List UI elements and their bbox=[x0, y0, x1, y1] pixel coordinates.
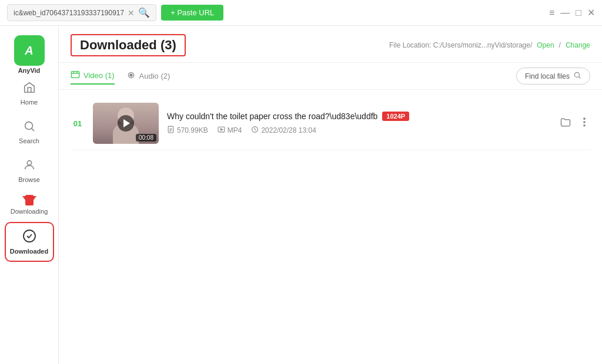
search-label: Search bbox=[19, 137, 39, 144]
tabs-row: Video (1) Audio (2) Find local files bbox=[59, 63, 602, 90]
file-size-value: 570.99KB bbox=[177, 126, 208, 134]
svg-rect-13 bbox=[168, 126, 173, 133]
format-meta: MP4 bbox=[218, 126, 242, 135]
tab-video[interactable]: Video (1) bbox=[71, 68, 115, 85]
open-location-button[interactable]: Open bbox=[537, 41, 554, 49]
video-info: Why couldn't the toilet paper cross the … bbox=[167, 112, 551, 135]
page-title: Downloaded (3) bbox=[80, 38, 176, 52]
logo-box: A bbox=[14, 35, 45, 66]
svg-line-12 bbox=[579, 77, 581, 79]
date-value: 2022/02/28 13:04 bbox=[261, 126, 316, 134]
url-text: ic&web_id70643713193337190917 bbox=[14, 9, 124, 17]
video-title: Why couldn't the toilet paper cross the … bbox=[167, 112, 551, 121]
sidebar-item-downloading[interactable]: Downloading bbox=[6, 191, 53, 221]
file-size-meta: 570.99KB bbox=[167, 126, 208, 135]
app-name-label: AnyVid bbox=[14, 67, 45, 74]
close-icon[interactable]: ✕ bbox=[587, 7, 595, 18]
browse-icon bbox=[23, 159, 36, 174]
duration-badge: 00:08 bbox=[136, 134, 156, 141]
svg-marker-18 bbox=[220, 129, 222, 130]
format-value: MP4 bbox=[228, 126, 242, 134]
search-icon[interactable]: 🔍 bbox=[138, 7, 150, 18]
change-location-button[interactable]: Change bbox=[566, 41, 590, 49]
svg-point-21 bbox=[584, 122, 585, 123]
audio-tab-label: Audio (2) bbox=[139, 72, 170, 80]
content-area: Downloaded (3) File Location: C:/Users/m… bbox=[59, 26, 602, 364]
find-local-files-button[interactable]: Find local files bbox=[516, 68, 590, 85]
open-folder-icon[interactable] bbox=[560, 116, 571, 131]
separator: / bbox=[559, 41, 561, 49]
downloading-label: Downloading bbox=[11, 208, 48, 215]
play-button[interactable] bbox=[118, 115, 134, 132]
svg-point-10 bbox=[131, 75, 131, 75]
main-layout: A AnyVid Home Search bbox=[0, 26, 602, 364]
title-bar: ic&web_id70643713193337190917 ✕ 🔍 + Past… bbox=[0, 0, 602, 26]
paste-url-button[interactable]: + Paste URL bbox=[161, 5, 223, 21]
logo-letter: A bbox=[25, 44, 33, 58]
quality-badge: 1024P bbox=[382, 112, 409, 121]
audio-tab-icon bbox=[126, 70, 136, 82]
sidebar-item-downloaded[interactable]: Downloaded bbox=[6, 223, 53, 261]
title-bar-left: ic&web_id70643713193337190917 ✕ 🔍 + Past… bbox=[7, 4, 543, 21]
table-row: 01 00:08 Why couldn't the toilet paper c… bbox=[71, 97, 590, 150]
svg-point-20 bbox=[584, 118, 585, 119]
sidebar-item-home[interactable]: Home bbox=[6, 75, 53, 112]
find-local-search-icon bbox=[573, 71, 581, 81]
window-controls: ≡ — □ ✕ bbox=[549, 7, 595, 18]
svg-point-2 bbox=[27, 161, 31, 165]
video-list: 01 00:08 Why couldn't the toilet paper c… bbox=[59, 90, 602, 364]
date-icon bbox=[251, 126, 259, 135]
file-size-icon bbox=[167, 126, 175, 135]
url-bar[interactable]: ic&web_id70643713193337190917 ✕ 🔍 bbox=[7, 4, 156, 21]
file-location-path: File Location: C:/Users/moniz...nyVid/st… bbox=[389, 41, 532, 49]
downloaded-icon bbox=[22, 229, 36, 245]
video-actions bbox=[560, 116, 590, 131]
downloaded-label: Downloaded bbox=[10, 248, 48, 255]
svg-rect-4 bbox=[71, 72, 79, 78]
video-thumbnail[interactable]: 00:08 bbox=[93, 103, 159, 144]
tab-audio[interactable]: Audio (2) bbox=[126, 68, 170, 84]
minimize-icon[interactable]: — bbox=[560, 8, 570, 18]
video-title-text: Why couldn't the toilet paper cross the … bbox=[167, 112, 377, 121]
svg-point-22 bbox=[584, 124, 585, 126]
home-icon bbox=[23, 81, 36, 96]
video-meta: 570.99KB MP4 bbox=[167, 126, 551, 135]
search-nav-icon bbox=[23, 120, 36, 135]
maximize-icon[interactable]: □ bbox=[576, 8, 581, 18]
page-title-box: Downloaded (3) bbox=[71, 34, 186, 56]
find-local-label: Find local files bbox=[525, 72, 570, 80]
sidebar-item-browse[interactable]: Browse bbox=[6, 153, 53, 189]
url-close-icon[interactable]: ✕ bbox=[128, 8, 135, 18]
item-number: 01 bbox=[71, 119, 85, 128]
sidebar: A AnyVid Home Search bbox=[0, 26, 59, 364]
more-options-icon[interactable] bbox=[578, 116, 590, 131]
svg-line-1 bbox=[32, 129, 34, 131]
svg-point-0 bbox=[25, 122, 32, 130]
browse-label: Browse bbox=[18, 176, 40, 183]
svg-point-3 bbox=[24, 230, 35, 242]
content-header: Downloaded (3) File Location: C:/Users/m… bbox=[59, 26, 602, 63]
play-icon bbox=[123, 119, 130, 127]
logo-area: A AnyVid bbox=[14, 35, 45, 66]
sidebar-item-search[interactable]: Search bbox=[6, 114, 53, 150]
file-location-info: File Location: C:/Users/moniz...nyVid/st… bbox=[389, 41, 590, 49]
tabs-left: Video (1) Audio (2) bbox=[71, 68, 170, 85]
video-tab-icon bbox=[71, 70, 80, 81]
format-icon bbox=[218, 126, 225, 135]
menu-icon[interactable]: ≡ bbox=[549, 8, 554, 18]
home-label: Home bbox=[21, 99, 38, 106]
video-tab-label: Video (1) bbox=[83, 71, 115, 80]
date-meta: 2022/02/28 13:04 bbox=[251, 126, 316, 135]
svg-point-11 bbox=[574, 72, 579, 77]
